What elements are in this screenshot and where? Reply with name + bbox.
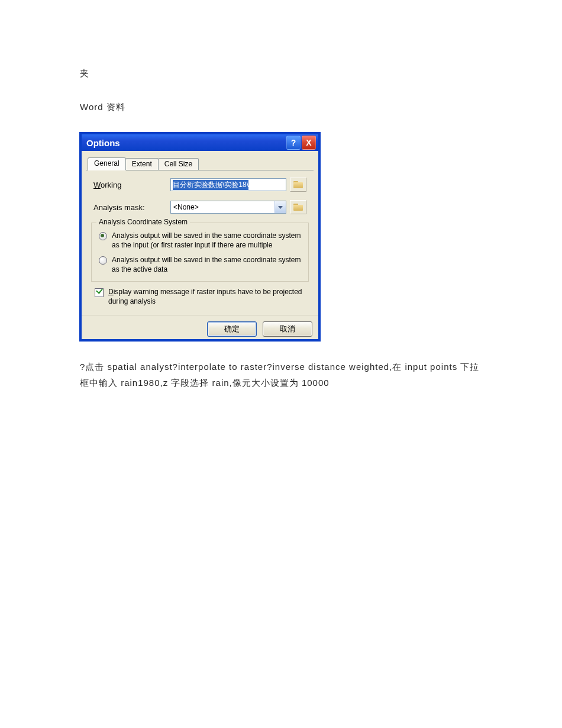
group-legend: Analysis Coordinate System (96, 218, 190, 226)
working-value: 目分析实验数据\实验18\ (173, 180, 248, 190)
radio-same-as-active-row[interactable]: Analysis output will be saved in the sam… (98, 256, 302, 274)
ok-button[interactable]: 确定 (207, 321, 257, 337)
doc-line-1: 夹 (80, 65, 482, 81)
help-icon: ? (291, 138, 296, 147)
cancel-button[interactable]: 取消 (263, 321, 312, 337)
close-button[interactable]: X (302, 136, 316, 150)
warning-label-text: isplay warning message if raster inputs … (108, 288, 302, 305)
mask-row: Analysis mask: <None> (93, 200, 306, 214)
titlebar[interactable]: Options ? X (82, 134, 318, 151)
doc-body-paragraph: ?点击 spatial analyst?interpolate to raste… (80, 359, 482, 392)
radio-same-as-input[interactable] (99, 232, 107, 240)
radio-same-as-active[interactable] (99, 256, 107, 265)
radio-same-as-input-label: Analysis output will be saved in the sam… (112, 231, 302, 250)
warning-checkbox[interactable] (95, 288, 104, 297)
close-icon: X (306, 138, 311, 147)
folder-icon (293, 204, 303, 211)
mask-browse-button[interactable] (290, 200, 306, 214)
working-label-text: orking (101, 181, 121, 189)
chevron-down-icon[interactable] (274, 201, 286, 213)
tab-extent[interactable]: Extent (125, 158, 159, 170)
tab-cellsize[interactable]: Cell Size (158, 158, 199, 170)
tab-general[interactable]: General (88, 157, 126, 170)
radio-same-as-active-label: Analysis output will be saved in the sam… (112, 256, 302, 274)
warning-label: Display warning message if raster inputs… (108, 288, 306, 306)
working-accel: W (93, 181, 101, 189)
working-input[interactable]: 目分析实验数据\实验18\ (170, 178, 286, 191)
coord-system-group: Analysis Coordinate System Analysis outp… (91, 223, 309, 282)
working-row: Working 目分析实验数据\实验18\ (93, 178, 306, 192)
warning-accel: D (108, 288, 114, 296)
mask-combobox[interactable]: <None> (170, 201, 286, 214)
mask-label: Analysis mask: (93, 203, 170, 212)
titlebar-controls: ? X (286, 136, 316, 150)
folder-icon (293, 181, 303, 188)
working-label: Working (93, 181, 170, 189)
dialog-client: General Extent Cell Size Working 目分析实验数据… (82, 151, 318, 315)
tab-strip: General Extent Cell Size (86, 157, 314, 170)
options-dialog: Options ? X General Extent Cell Size Wor… (80, 133, 320, 341)
document-page: 夹 Word 资料 Options ? X General Extent Cel… (0, 0, 562, 424)
doc-line-2: Word 资料 (80, 99, 482, 115)
warning-check-row[interactable]: Display warning message if raster inputs… (93, 288, 306, 306)
radio-same-as-input-row[interactable]: Analysis output will be saved in the sam… (98, 231, 302, 250)
working-browse-button[interactable] (290, 178, 306, 192)
mask-value: <None> (171, 201, 274, 213)
button-bar: 确定 取消 (82, 315, 318, 339)
dialog-title: Options (86, 138, 120, 148)
help-button[interactable]: ? (286, 136, 301, 150)
